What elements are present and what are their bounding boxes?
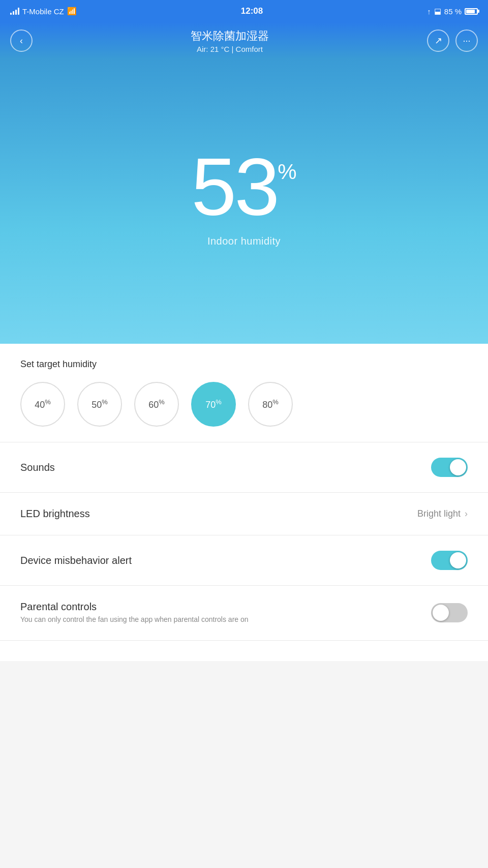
- status-right: ↑ ⬓ 85 %: [427, 7, 478, 16]
- device-misbehavior-toggle[interactable]: [431, 551, 468, 570]
- device-misbehavior-toggle-knob: [450, 552, 466, 568]
- humidity-option-40[interactable]: 40%: [20, 382, 65, 427]
- humidity-options: 40% 50% 60% 70% 80%: [20, 382, 468, 427]
- humidity-option-80-value: 80%: [262, 398, 279, 410]
- humidity-option-80[interactable]: 80%: [248, 382, 293, 427]
- device-name: 智米除菌加湿器: [191, 28, 269, 44]
- humidity-percent-sign: %: [278, 161, 296, 183]
- sounds-toggle-knob: [450, 459, 466, 475]
- device-misbehavior-section: Device misbehavior alert: [0, 535, 488, 586]
- sounds-section: Sounds: [0, 442, 488, 493]
- header: ‹ 智米除菌加湿器 Air: 21 °C | Comfort ↗ ···: [0, 22, 488, 59]
- back-icon: ‹: [20, 36, 23, 46]
- led-brightness-value: Bright light: [417, 508, 461, 519]
- hero-section: 53 % Indoor humidity: [0, 59, 488, 344]
- parental-controls-title: Parental controls: [20, 601, 431, 613]
- sounds-row: Sounds: [20, 458, 468, 477]
- humidity-option-60[interactable]: 60%: [134, 382, 179, 427]
- status-time: 12:08: [241, 6, 263, 16]
- bluetooth-icon: ⬓: [434, 7, 441, 16]
- humidity-option-50[interactable]: 50%: [77, 382, 122, 427]
- more-button[interactable]: ···: [455, 29, 478, 52]
- parental-controls-toggle-knob: [433, 605, 449, 621]
- humidity-option-70[interactable]: 70%: [191, 382, 236, 427]
- share-icon: ↗: [435, 35, 442, 46]
- battery-icon: [465, 8, 478, 15]
- more-icon: ···: [463, 36, 470, 46]
- target-humidity-title: Set target humidity: [20, 359, 468, 370]
- humidity-option-40-value: 40%: [35, 398, 51, 410]
- parental-controls-row: Parental controls You can only control t…: [20, 601, 468, 625]
- status-left: T-Mobile CZ 📶: [10, 7, 77, 16]
- wifi-icon: 📶: [67, 7, 77, 16]
- sounds-toggle[interactable]: [431, 458, 468, 477]
- signal-icon: [10, 8, 19, 15]
- led-brightness-value-container: Bright light ›: [417, 508, 468, 519]
- parental-controls-section: Parental controls You can only control t…: [0, 586, 488, 641]
- parental-controls-toggle[interactable]: [431, 603, 468, 622]
- humidity-option-60-value: 60%: [148, 398, 165, 410]
- humidity-option-70-value: 70%: [205, 398, 222, 410]
- location-icon: ↑: [427, 7, 431, 16]
- device-subtitle: Air: 21 °C | Comfort: [191, 45, 269, 53]
- parental-label-block: Parental controls You can only control t…: [20, 601, 431, 625]
- humidity-label: Indoor humidity: [207, 235, 281, 247]
- device-misbehavior-row: Device misbehavior alert: [20, 551, 468, 570]
- led-brightness-section[interactable]: LED brightness Bright light ›: [0, 493, 488, 535]
- carrier-label: T-Mobile CZ: [22, 7, 64, 16]
- bottom-spacer: [0, 641, 488, 661]
- header-right-buttons: ↗ ···: [427, 29, 478, 52]
- humidity-display: 53 %: [191, 146, 296, 227]
- header-title-block: 智米除菌加湿器 Air: 21 °C | Comfort: [191, 28, 269, 53]
- share-button[interactable]: ↗: [427, 29, 449, 52]
- led-brightness-label: LED brightness: [20, 508, 90, 520]
- status-bar: T-Mobile CZ 📶 12:08 ↑ ⬓ 85 %: [0, 0, 488, 22]
- battery-percent: 85 %: [444, 7, 462, 16]
- led-brightness-row: LED brightness Bright light ›: [20, 508, 468, 520]
- humidity-option-50-value: 50%: [92, 398, 108, 410]
- target-humidity-section: Set target humidity 40% 50% 60% 70% 80%: [0, 344, 488, 442]
- parental-controls-description: You can only control the fan using the a…: [20, 615, 315, 625]
- device-misbehavior-label: Device misbehavior alert: [20, 555, 132, 566]
- content-section: Set target humidity 40% 50% 60% 70% 80% …: [0, 344, 488, 661]
- sounds-label: Sounds: [20, 462, 55, 473]
- humidity-value: 53: [191, 146, 278, 227]
- back-button[interactable]: ‹: [10, 29, 33, 52]
- chevron-right-icon: ›: [465, 508, 468, 519]
